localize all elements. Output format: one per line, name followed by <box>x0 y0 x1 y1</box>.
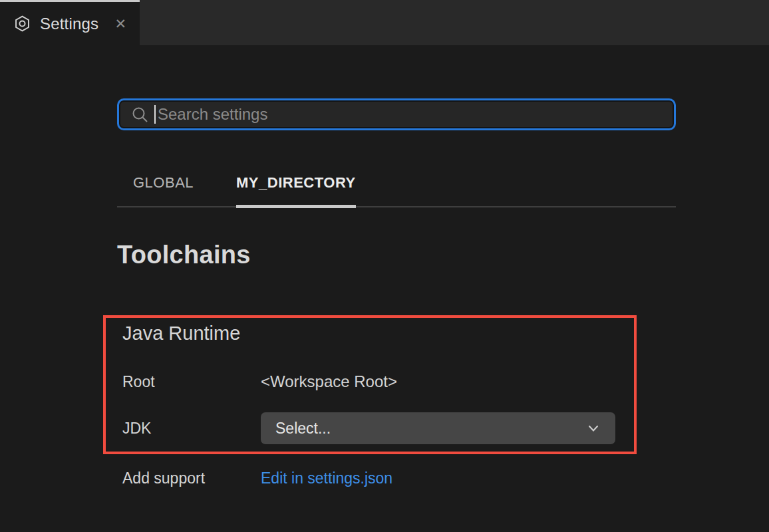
tab-title: Settings <box>40 15 98 33</box>
setting-row-jdk: JDK Select... <box>117 412 676 444</box>
settings-page: GLOBAL MY_DIRECTORY Toolchains Java Runt… <box>117 98 676 487</box>
settings-nut-icon <box>13 15 31 33</box>
close-icon[interactable]: ✕ <box>113 15 128 32</box>
chevron-down-icon <box>586 421 601 436</box>
dropdown-value: Select... <box>275 420 331 438</box>
root-value: <Workspace Root> <box>261 372 397 391</box>
jdk-select-dropdown[interactable]: Select... <box>261 412 615 444</box>
search-icon <box>131 106 149 124</box>
setting-row-root: Root <Workspace Root> <box>117 372 676 391</box>
page-title: Toolchains <box>117 241 676 269</box>
edit-settings-json-link[interactable]: Edit in settings.json <box>261 469 392 487</box>
tab-settings[interactable]: Settings ✕ <box>0 0 140 45</box>
editor-tab-bar: Settings ✕ <box>0 0 769 45</box>
jdk-label: JDK <box>117 420 261 438</box>
section-title: Java Runtime <box>117 323 676 344</box>
setting-row-add-support: Add support Edit in settings.json <box>117 469 676 487</box>
search-input[interactable] <box>158 105 665 124</box>
text-cursor <box>154 105 156 124</box>
search-box[interactable] <box>117 98 676 130</box>
tab-my-directory[interactable]: MY_DIRECTORY <box>236 165 356 208</box>
add-support-label: Add support <box>117 469 261 487</box>
root-label: Root <box>117 373 261 391</box>
scope-tabs: GLOBAL MY_DIRECTORY <box>117 165 676 207</box>
java-runtime-section: Java Runtime Root <Workspace Root> JDK S… <box>117 323 676 444</box>
tab-global[interactable]: GLOBAL <box>133 165 194 206</box>
